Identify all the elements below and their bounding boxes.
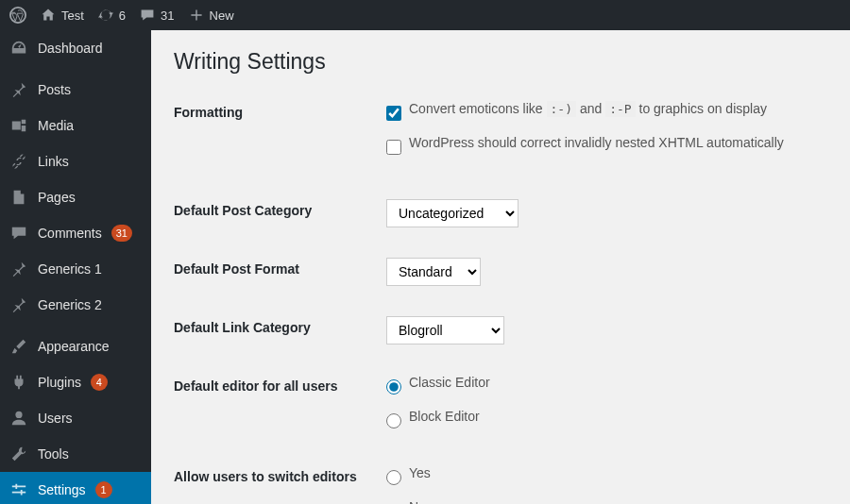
page-icon bbox=[9, 188, 28, 207]
editor-classic-radio[interactable] bbox=[386, 379, 401, 395]
home-icon bbox=[40, 7, 57, 24]
media-icon bbox=[9, 116, 28, 135]
xhtml-label[interactable]: WordPress should correct invalidly neste… bbox=[409, 135, 784, 150]
site-link[interactable]: Test bbox=[40, 7, 84, 24]
row-default-link-category: Default Link Category Blogroll bbox=[174, 316, 827, 344]
formatting-label: Formatting bbox=[174, 101, 386, 120]
menu-comments[interactable]: Comments 31 bbox=[0, 215, 151, 251]
menu-label: Generics 2 bbox=[38, 297, 102, 312]
row-default-category: Default Post Category Uncategorized bbox=[174, 199, 827, 227]
plus-icon bbox=[188, 7, 205, 24]
row-default-editor: Default editor for all users Classic Edi… bbox=[174, 375, 827, 443]
default-link-category-select[interactable]: Blogroll bbox=[386, 316, 504, 344]
menu-label: Appearance bbox=[38, 339, 110, 354]
editor-classic-label[interactable]: Classic Editor bbox=[409, 375, 490, 390]
menu-generics-2[interactable]: Generics 2 bbox=[0, 287, 151, 323]
default-format-label: Default Post Format bbox=[174, 258, 386, 277]
menu-label: Dashboard bbox=[38, 41, 103, 56]
user-icon bbox=[9, 409, 28, 428]
content-area: Writing Settings Formatting Convert emot… bbox=[151, 30, 850, 504]
emoticons-checkbox[interactable] bbox=[386, 106, 401, 121]
default-link-category-label: Default Link Category bbox=[174, 316, 386, 335]
page-title: Writing Settings bbox=[174, 49, 827, 75]
comment-icon bbox=[139, 7, 156, 24]
admin-bar: Test 6 31 New bbox=[0, 0, 850, 30]
new-label: New bbox=[210, 8, 234, 23]
row-allow-switch: Allow users to switch editors Yes No bbox=[174, 465, 827, 504]
menu-generics-1[interactable]: Generics 1 bbox=[0, 251, 151, 287]
allow-switch-label: Allow users to switch editors bbox=[174, 465, 386, 484]
plug-icon bbox=[9, 373, 28, 392]
brush-icon bbox=[9, 337, 28, 356]
menu-label: Users bbox=[38, 411, 73, 426]
bar-comments-count: 31 bbox=[161, 8, 174, 23]
menu-links[interactable]: Links bbox=[0, 143, 151, 179]
menu-users[interactable]: Users bbox=[0, 400, 151, 436]
switch-no-label[interactable]: No bbox=[409, 499, 426, 504]
default-category-label: Default Post Category bbox=[174, 199, 386, 218]
menu-label: Plugins bbox=[38, 375, 81, 390]
sliders-icon bbox=[9, 480, 28, 499]
menu-label: Tools bbox=[38, 446, 69, 462]
menu-label: Generics 1 bbox=[38, 261, 102, 277]
admin-sidebar: Dashboard Posts Media Links Pages Commen… bbox=[0, 30, 151, 504]
pin-icon bbox=[9, 260, 28, 278]
menu-posts[interactable]: Posts bbox=[0, 72, 151, 108]
switch-yes-label[interactable]: Yes bbox=[409, 465, 431, 480]
menu-tools[interactable]: Tools bbox=[0, 436, 151, 472]
emoticons-label[interactable]: Convert emoticons like :-) and :-P to gr… bbox=[409, 101, 767, 116]
editor-block-radio[interactable] bbox=[386, 413, 401, 428]
pin-icon bbox=[9, 80, 28, 99]
wrench-icon bbox=[9, 445, 28, 463]
dashboard-icon bbox=[9, 39, 28, 58]
menu-label: Pages bbox=[38, 190, 76, 205]
comment-icon bbox=[9, 224, 28, 243]
menu-dashboard[interactable]: Dashboard bbox=[0, 30, 151, 66]
updates-count: 6 bbox=[119, 8, 126, 23]
wp-logo[interactable] bbox=[9, 7, 26, 24]
default-format-select[interactable]: Standard bbox=[386, 258, 481, 286]
updates-link[interactable]: 6 bbox=[97, 7, 126, 24]
emoticon-code: :-) bbox=[547, 101, 576, 117]
default-category-select[interactable]: Uncategorized bbox=[386, 199, 518, 227]
menu-media[interactable]: Media bbox=[0, 108, 151, 143]
menu-plugins[interactable]: Plugins 4 bbox=[0, 364, 151, 400]
row-formatting: Formatting Convert emoticons like :-) an… bbox=[174, 101, 827, 169]
plugins-badge: 4 bbox=[91, 374, 108, 391]
link-icon bbox=[9, 152, 28, 171]
site-name: Test bbox=[61, 8, 84, 23]
comments-link[interactable]: 31 bbox=[139, 7, 174, 24]
menu-appearance[interactable]: Appearance bbox=[0, 328, 151, 364]
wordpress-icon bbox=[9, 7, 26, 24]
pin-icon bbox=[9, 295, 28, 314]
xhtml-checkbox[interactable] bbox=[386, 140, 401, 155]
menu-label: Comments bbox=[38, 226, 102, 241]
editor-block-label[interactable]: Block Editor bbox=[409, 409, 480, 424]
update-icon bbox=[97, 7, 114, 24]
emoticon-code: :-P bbox=[605, 101, 635, 117]
menu-label: Settings bbox=[38, 482, 86, 497]
menu-pages[interactable]: Pages bbox=[0, 179, 151, 215]
menu-label: Media bbox=[38, 118, 74, 133]
switch-yes-radio[interactable] bbox=[386, 470, 401, 485]
row-default-format: Default Post Format Standard bbox=[174, 258, 827, 286]
comments-badge: 31 bbox=[111, 225, 132, 242]
settings-badge: 1 bbox=[95, 481, 112, 498]
menu-label: Posts bbox=[38, 82, 71, 97]
svg-point-1 bbox=[15, 412, 22, 418]
menu-settings[interactable]: Settings 1 bbox=[0, 472, 151, 504]
menu-label: Links bbox=[38, 154, 69, 169]
new-link[interactable]: New bbox=[188, 7, 234, 24]
default-editor-label: Default editor for all users bbox=[174, 375, 386, 394]
